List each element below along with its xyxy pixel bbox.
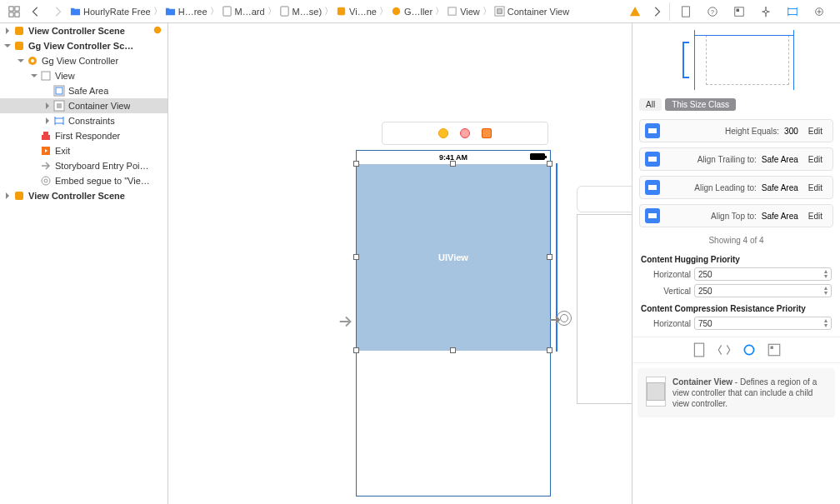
outline-row[interactable]: Storyboard Entry Poi… [0,158,168,173]
forward-history-icon[interactable] [648,2,666,21]
crumb-container[interactable]: Container View [494,6,569,17]
constraint-edit-button[interactable]: Edit [803,125,828,137]
child-vc-titlebar[interactable]: View Controller [577,186,632,212]
hugging-h-field[interactable]: 250▴▾ [694,267,832,281]
svg-rect-35 [15,192,23,200]
svg-point-23 [31,59,34,62]
svg-rect-31 [43,132,48,135]
svg-rect-40 [694,343,703,357]
selection-handle[interactable] [353,161,359,167]
constraint-icon [645,208,660,223]
svg-point-33 [42,177,50,185]
seg-all[interactable]: All [639,98,662,111]
disclosure-triangle-icon[interactable] [17,57,25,65]
crumb-vc[interactable]: G…ller [391,6,432,17]
document-outline[interactable]: View Controller SceneGg View Controller … [0,23,168,504]
outline-row[interactable]: View Controller Scene [0,188,168,203]
child-vc-view[interactable] [577,214,632,404]
scene-icon [13,40,25,52]
outline-row[interactable]: Safe Area [0,83,168,98]
identity-inspector-icon[interactable] [730,2,748,21]
connections-inspector-icon[interactable] [810,2,828,21]
svg-rect-19 [15,27,23,35]
constraint-row[interactable]: Height Equals:300Edit [639,119,833,142]
storyboard-canvas[interactable]: 9:41 AM UIView View Controller [168,23,632,504]
compression-h-field[interactable]: 750▴▾ [694,317,832,330]
disclosure-triangle-icon[interactable] [30,72,38,80]
constraint-edit-button[interactable]: Edit [803,182,828,194]
svg-point-41 [744,345,753,354]
safe-icon [53,85,65,97]
outline-row[interactable]: Embed segue to "Vie… [0,173,168,188]
warning-icon[interactable] [626,2,644,21]
file-inspector-icon[interactable] [677,2,695,21]
seg-this-size-class[interactable]: This Size Class [665,98,736,111]
outline-label: Exit [55,146,70,156]
selection-handle[interactable] [547,347,552,353]
constraint-row[interactable]: Align Top to:Safe AreaEdit [639,204,833,227]
constraint-label: Align Leading to: [665,183,757,192]
selection-handle[interactable] [547,254,552,260]
outline-row[interactable]: Exit [0,143,168,158]
disclosure-triangle-icon[interactable] [3,192,12,200]
constraint-value: Safe Area [762,155,798,164]
device-frame[interactable]: 9:41 AM UIView [356,150,551,497]
size-class-segment[interactable]: All This Size Class [639,98,833,111]
embed-segue-icon[interactable] [557,311,572,326]
media-library-tab-icon[interactable] [767,342,782,357]
outline-label: Container View [68,101,130,111]
hugging-v-field[interactable]: 250▴▾ [694,284,832,297]
disclosure-triangle-icon[interactable] [43,102,52,110]
outline-label: Gg View Controller [42,56,118,66]
file-template-tab-icon[interactable] [692,342,707,357]
selection-handle[interactable] [353,347,359,353]
selection-handle[interactable] [450,347,456,353]
disclosure-triangle-icon[interactable] [3,42,12,50]
crumb-project[interactable]: HourlyRate Free [70,6,151,17]
svg-rect-17 [788,8,798,14]
scene-options-icon[interactable] [152,25,162,37]
forward-icon[interactable] [48,2,67,21]
constraint-edit-button[interactable]: Edit [803,153,828,166]
outline-label: View Controller Scene [28,191,125,201]
constraint-edit-button[interactable]: Edit [803,210,828,222]
code-snippet-tab-icon[interactable] [717,342,732,357]
size-inspector-icon[interactable] [783,2,802,21]
outline-row[interactable]: First Responder [0,128,168,143]
selection-handle[interactable] [450,161,456,167]
selection-handle[interactable] [547,161,552,167]
disclosure-triangle-icon[interactable] [3,27,12,35]
disclosure-triangle-icon[interactable] [43,117,52,125]
first-responder-dock-icon[interactable] [460,128,470,138]
outline-row[interactable]: Gg View Controller Sc… [0,38,168,53]
attributes-inspector-icon[interactable] [757,2,775,21]
constraint-label: Height Equals: [665,127,779,136]
outline-row[interactable]: Constraints [0,113,168,128]
crumb-storyboard2[interactable]: M…se) [279,6,322,17]
back-icon[interactable] [27,2,45,21]
crumb-group[interactable]: H…ree [165,6,208,17]
uiview-label: UIView [438,252,468,262]
constraint-row[interactable]: Align Trailing to:Safe AreaEdit [639,147,833,171]
outline-row[interactable]: View [0,68,168,83]
svg-rect-6 [338,7,345,15]
scene-dock[interactable] [382,122,548,145]
entry-icon [40,160,52,172]
related-items-icon[interactable] [5,2,23,21]
object-library-tab-icon[interactable] [742,342,757,357]
selection-handle[interactable] [353,254,359,260]
outline-row[interactable]: View Controller Scene [0,23,168,38]
outline-label: Constraints [68,116,115,126]
exit-dock-icon[interactable] [482,128,492,138]
constraints-showing-label: Showing 4 of 4 [632,231,840,250]
help-inspector-icon[interactable]: ? [703,2,722,21]
constraint-row[interactable]: Align Leading to:Safe AreaEdit [639,176,833,199]
constraint-value: 300 [784,127,798,136]
vc-dock-icon[interactable] [438,128,448,138]
outline-row[interactable]: Gg View Controller [0,53,168,68]
container-view-selected[interactable]: UIView [357,164,550,351]
crumb-storyboard[interactable]: M…ard [222,6,265,17]
crumb-scene[interactable]: Vi…ne [336,6,377,17]
crumb-view[interactable]: View [447,6,480,17]
outline-row[interactable]: Container View [0,98,168,113]
